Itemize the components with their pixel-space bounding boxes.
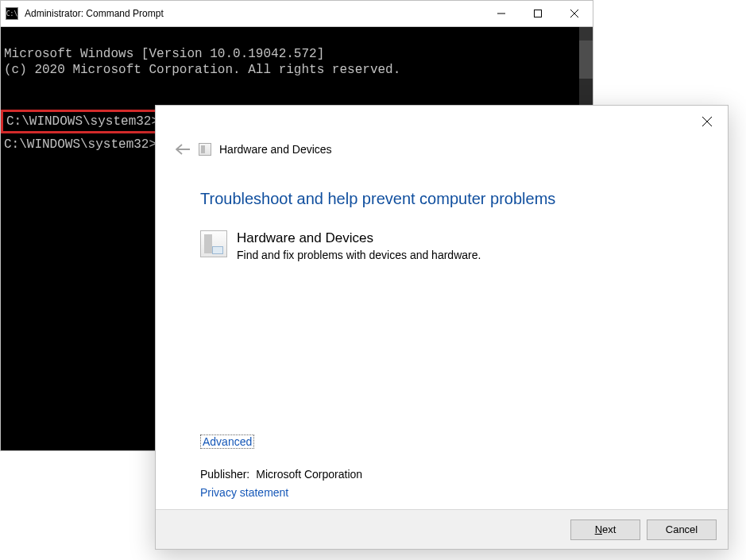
cmd-prompt-path: C:\WINDOWS\system32>: [6, 114, 159, 129]
button-label-post: ext: [602, 523, 616, 535]
maximize-button[interactable]: [520, 1, 556, 26]
dialog-header-title: Hardware and Devices: [219, 143, 332, 156]
dialog-heading: Troubleshoot and help prevent computer p…: [200, 190, 683, 208]
window-controls: [483, 1, 593, 26]
hardware-devices-icon: [200, 230, 227, 257]
item-description: Find and fix problems with devices and h…: [237, 248, 481, 262]
publisher-row: Publisher:Microsoft Corporation: [200, 468, 683, 481]
minimize-button[interactable]: [483, 1, 520, 26]
cmd-icon: C:\: [6, 7, 18, 20]
dialog-header: Hardware and Devices: [156, 137, 728, 161]
dialog-titlebar[interactable]: [156, 106, 728, 137]
back-button[interactable]: [172, 140, 194, 159]
svg-rect-1: [535, 10, 542, 17]
publisher-value: Microsoft Corporation: [256, 468, 362, 481]
advanced-link[interactable]: Advanced: [200, 434, 254, 449]
close-button[interactable]: [690, 109, 725, 134]
hardware-devices-icon: [199, 143, 211, 156]
cmd-output-line: (c) 2020 Microsoft Corporation. All righ…: [4, 62, 591, 78]
accelerator-key: N: [595, 523, 602, 535]
cmd-title: Administrator: Command Prompt: [25, 8, 483, 19]
troubleshooter-dialog: Hardware and Devices Troubleshoot and he…: [155, 105, 729, 550]
troubleshooter-item: Hardware and Devices Find and fix proble…: [200, 230, 683, 262]
item-title: Hardware and Devices: [237, 230, 481, 246]
cmd-titlebar[interactable]: C:\ Administrator: Command Prompt: [1, 1, 593, 27]
cancel-button[interactable]: Cancel: [647, 519, 717, 540]
close-button[interactable]: [556, 1, 593, 26]
publisher-label: Publisher:: [200, 468, 249, 481]
cmd-scroll-thumb[interactable]: [579, 41, 593, 79]
privacy-statement-link[interactable]: Privacy statement: [200, 486, 288, 499]
next-button[interactable]: Next: [570, 519, 640, 540]
dialog-lower: Advanced Publisher:Microsoft Corporation…: [156, 434, 728, 509]
dialog-footer: Next Cancel: [156, 509, 728, 549]
cmd-output-line: Microsoft Windows [Version 10.0.19042.57…: [4, 46, 591, 62]
dialog-content: Troubleshoot and help prevent computer p…: [156, 161, 728, 434]
